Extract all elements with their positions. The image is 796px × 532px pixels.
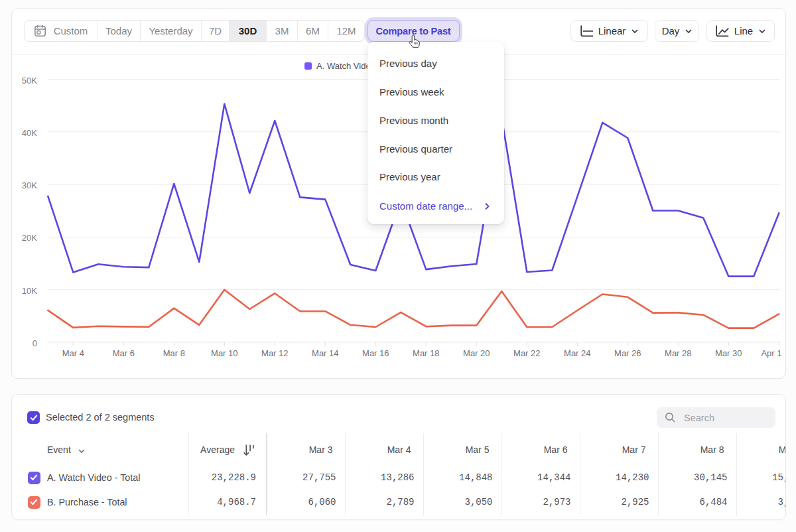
svg-text:Mar 24: Mar 24	[564, 348, 590, 358]
svg-text:Mar 14: Mar 14	[312, 348, 338, 358]
svg-text:Mar 18: Mar 18	[413, 348, 439, 358]
svg-text:Mar 6: Mar 6	[113, 348, 135, 358]
svg-text:10K: 10K	[22, 286, 37, 296]
svg-text:Mar 28: Mar 28	[665, 348, 691, 358]
svg-text:Mar 20: Mar 20	[463, 348, 490, 358]
svg-text:Mar 8: Mar 8	[163, 348, 185, 358]
svg-text:Mar 30: Mar 30	[715, 348, 742, 358]
svg-text:Mar 26: Mar 26	[614, 348, 641, 358]
svg-text:Mar 12: Mar 12	[261, 348, 288, 358]
svg-text:Mar 4: Mar 4	[62, 348, 84, 358]
svg-text:0: 0	[33, 338, 37, 348]
svg-text:Mar 22: Mar 22	[513, 348, 540, 358]
svg-text:50K: 50K	[22, 76, 37, 86]
svg-text:30K: 30K	[22, 180, 37, 190]
svg-text:Mar 16: Mar 16	[362, 348, 389, 358]
svg-text:40K: 40K	[22, 128, 37, 138]
svg-text:20K: 20K	[22, 233, 37, 243]
svg-text:Apr 1: Apr 1	[761, 348, 781, 358]
svg-text:Mar 10: Mar 10	[211, 348, 237, 358]
